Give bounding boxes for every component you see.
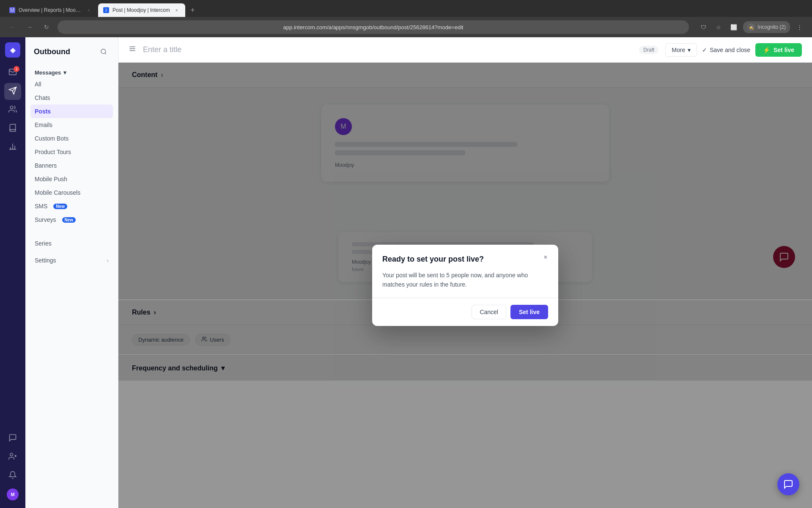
rail-notifications[interactable] xyxy=(4,467,21,484)
add-contacts-icon xyxy=(8,452,17,463)
app-logo[interactable]: ◈ xyxy=(5,42,20,58)
back-button[interactable]: ← xyxy=(7,21,19,33)
tab2-close[interactable]: × xyxy=(173,7,180,14)
forward-button[interactable]: → xyxy=(24,21,36,33)
more-label: More xyxy=(672,47,685,53)
sidebar-posts-label: Posts xyxy=(35,108,51,115)
post-title-placeholder: Enter a title xyxy=(143,45,181,54)
sidebar-series-section: Series xyxy=(25,235,118,252)
intercom-chat-bubble[interactable] xyxy=(777,473,799,495)
rail-knowledge[interactable] xyxy=(4,120,21,137)
modal-set-live-label: Set live xyxy=(519,309,540,315)
draft-badge: Draft xyxy=(639,46,658,54)
sidebar-settings-label: Settings xyxy=(35,257,56,264)
sidebar: Outbound Messages ▾ All Chats Posts Emai… xyxy=(25,37,118,508)
modal-close-button[interactable]: × xyxy=(540,251,551,263)
reports-icon xyxy=(8,142,17,153)
sidebar-mobile-push-label: Mobile Push xyxy=(35,176,67,182)
modal-overlay: Ready to set your post live? × Your post… xyxy=(118,63,812,508)
set-live-modal: Ready to set your post live? × Your post… xyxy=(372,245,558,326)
rail-contacts[interactable] xyxy=(4,102,21,119)
chat-icon xyxy=(8,433,17,444)
modal-cancel-button[interactable]: Cancel xyxy=(472,305,506,319)
sidebar-messages-section: Messages ▾ All Chats Posts Emails Custom… xyxy=(25,63,118,228)
new-tab-button[interactable]: + xyxy=(186,3,200,17)
sidebar-messages-group[interactable]: Messages ▾ xyxy=(30,64,113,77)
messages-label: Messages xyxy=(35,69,61,76)
sidebar-item-banners[interactable]: Banners xyxy=(30,159,113,172)
sidebar-settings-section: Settings › xyxy=(25,252,118,269)
sidebar-item-settings[interactable]: Settings › xyxy=(30,254,113,267)
cancel-label: Cancel xyxy=(480,309,498,315)
topbar-menu-icon[interactable] xyxy=(129,45,136,55)
url-input[interactable] xyxy=(58,20,689,34)
outbound-icon xyxy=(8,86,17,97)
sidebar-mobile-carousels-label: Mobile Carousels xyxy=(35,189,80,196)
sidebar-item-all[interactable]: All xyxy=(30,77,113,91)
save-close-button[interactable]: ✓ Save and close xyxy=(702,47,750,53)
tab2-favicon: I xyxy=(103,7,109,13)
save-label: Save and close xyxy=(710,47,750,53)
rail-add-contacts[interactable] xyxy=(4,449,21,466)
topbar-actions: More ▾ ✓ Save and close ⚡ Set live xyxy=(665,43,802,57)
sidebar-item-sms[interactable]: SMS New xyxy=(30,199,113,213)
icon-rail: ◈ 1 xyxy=(0,37,25,508)
sidebar-item-custom-bots[interactable]: Custom Bots xyxy=(30,132,113,145)
surveys-new-badge: New xyxy=(62,217,76,223)
sidebar-item-mobile-push[interactable]: Mobile Push xyxy=(30,172,113,186)
incognito-label: Incognito (2) xyxy=(757,24,786,30)
browser-chrome: M Overview | Reports | Moodjoy × I Post … xyxy=(0,0,812,37)
rail-outbound[interactable] xyxy=(4,83,21,100)
logo-icon: ◈ xyxy=(10,46,15,54)
sidebar-item-chats[interactable]: Chats xyxy=(30,91,113,105)
app: ◈ 1 xyxy=(0,37,812,508)
modal-close-icon: × xyxy=(543,254,547,261)
sidebar-banners-label: Banners xyxy=(35,162,57,169)
modal-footer: Cancel Set live xyxy=(372,298,558,326)
tab-bar: M Overview | Reports | Moodjoy × I Post … xyxy=(0,0,812,17)
sidebar-surveys-label: Surveys xyxy=(35,216,56,223)
more-options-icon[interactable]: ⋮ xyxy=(793,21,805,33)
sidebar-item-series[interactable]: Series xyxy=(30,237,113,250)
sidebar-item-product-tours[interactable]: Product Tours xyxy=(30,145,113,159)
bookmark-icon[interactable]: ☆ xyxy=(713,21,724,33)
knowledge-icon xyxy=(8,124,17,134)
browser-tab-1[interactable]: M Overview | Reports | Moodjoy × xyxy=(4,3,97,17)
messages-dropdown-icon: ▾ xyxy=(63,69,66,76)
address-bar: ← → ↻ 🛡 ☆ ⬜ 🕵 Incognito (2) ⋮ xyxy=(0,17,812,37)
rail-avatar[interactable]: M xyxy=(4,486,21,503)
refresh-button[interactable]: ↻ xyxy=(41,21,52,33)
browser-actions: 🛡 ☆ ⬜ 🕵 Incognito (2) ⋮ xyxy=(697,21,805,33)
sms-new-badge: New xyxy=(53,204,67,209)
browser-tab-2[interactable]: I Post | Moodjoy | Intercom × xyxy=(98,3,185,17)
svg-point-8 xyxy=(10,453,13,456)
user-avatar: M xyxy=(7,489,19,500)
sidebar-item-surveys[interactable]: Surveys New xyxy=(30,213,113,226)
set-live-button[interactable]: ⚡ Set live xyxy=(755,43,802,57)
sidebar-item-posts[interactable]: Posts xyxy=(30,105,113,118)
sidebar-all-label: All xyxy=(35,81,41,88)
more-button[interactable]: More ▾ xyxy=(665,43,697,57)
modal-header: Ready to set your post live? × xyxy=(372,245,558,271)
rail-inbox[interactable]: 1 xyxy=(4,64,21,81)
modal-title: Ready to set your post live? xyxy=(382,255,548,264)
modal-set-live-button[interactable]: Set live xyxy=(510,305,548,319)
sidebar-item-emails[interactable]: Emails xyxy=(30,118,113,132)
sidebar-header: Outbound xyxy=(25,37,118,63)
sidebar-item-mobile-carousels[interactable]: Mobile Carousels xyxy=(30,186,113,199)
tab1-close[interactable]: × xyxy=(85,7,92,14)
incognito-badge[interactable]: 🕵 Incognito (2) xyxy=(743,21,790,33)
modal-body-text: Your post will be sent to 5 people now, … xyxy=(382,271,548,290)
profile-icon[interactable]: ⬜ xyxy=(728,21,740,33)
rail-chat[interactable] xyxy=(4,430,21,447)
sidebar-title: Outbound xyxy=(34,47,70,56)
modal-body: Your post will be sent to 5 people now, … xyxy=(372,271,558,298)
shield-icon[interactable]: 🛡 xyxy=(697,21,709,33)
rail-reports[interactable] xyxy=(4,139,21,156)
notifications-icon xyxy=(8,471,17,481)
set-live-label: Set live xyxy=(774,47,794,53)
sidebar-product-tours-label: Product Tours xyxy=(35,149,71,155)
svg-point-3 xyxy=(10,106,13,109)
sidebar-search-button[interactable] xyxy=(98,46,110,58)
post-title-input[interactable]: Enter a title xyxy=(143,45,632,54)
